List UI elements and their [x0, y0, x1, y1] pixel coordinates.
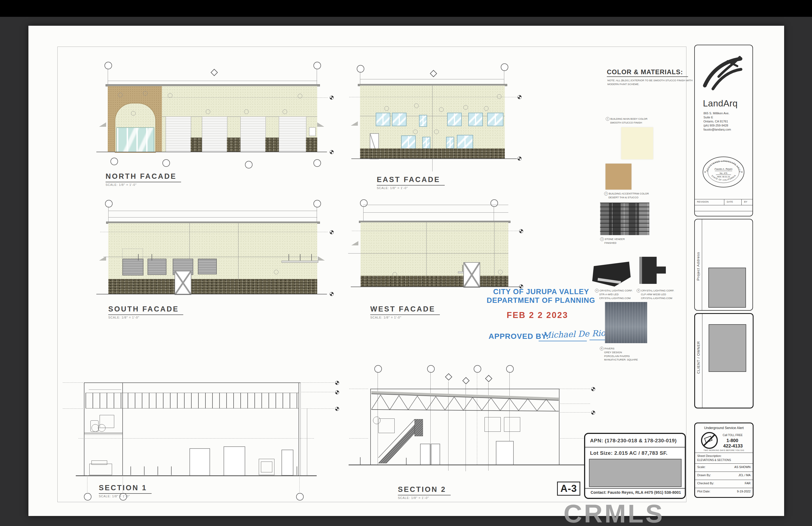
- keynote-circle: [118, 93, 122, 97]
- drawing-scale: SCALE: 1/8" = 1'-0": [99, 495, 151, 498]
- revision-table-top: [695, 199, 752, 199]
- dim-line: [363, 205, 508, 205]
- grid-line: [108, 68, 108, 86]
- roof-datum-dashed: [352, 231, 521, 231]
- keynote-circle: [434, 129, 439, 134]
- firm-name: LandArq: [703, 98, 738, 109]
- mezz-equipment-drum: [98, 424, 105, 432]
- apn-info-box: APN: (178-230-018 & 178-230-019) Lot Siz…: [584, 433, 686, 499]
- entry-door: [463, 262, 480, 288]
- rollup-door: [202, 116, 227, 152]
- client-owner-label: CLIENT / OWNER: [696, 341, 700, 374]
- ground-line: [351, 158, 517, 159]
- no-dig-icon: [701, 432, 718, 449]
- ground-line: [351, 287, 521, 287]
- grid-bubble: [360, 199, 367, 207]
- stone-wainscot: [265, 138, 279, 152]
- grid-drop-line: [87, 475, 87, 492]
- window-pair: [401, 136, 416, 149]
- roof-datum-dashed: [349, 97, 520, 97]
- svg-text:REN. 08-31-23: REN. 08-31-23: [717, 176, 730, 178]
- keynote-circle: [498, 270, 503, 274]
- bench: [89, 464, 112, 475]
- grid-bubble: [501, 63, 508, 71]
- window-gray: [147, 259, 166, 275]
- drawn-by-value: JCL / MA: [738, 473, 751, 477]
- lift-post: [158, 466, 158, 475]
- swatch-body-color: [621, 127, 653, 159]
- lift-post: [171, 466, 172, 475]
- materials-note-line1: NOTE: ALL (BLDG.) EXTERIOR TO BE SMOOTH …: [607, 79, 693, 82]
- keynote-number: 1: [606, 117, 610, 121]
- equipment-box-inner: [261, 461, 272, 472]
- divider: [585, 488, 685, 488]
- stone-arch-entry: [108, 86, 162, 152]
- drawn-by-label: Drawn By:: [697, 473, 711, 477]
- keynote-circle: [244, 110, 249, 114]
- rollup-door: [166, 116, 191, 152]
- roof-joists: [86, 393, 299, 409]
- lift-post: [296, 466, 297, 475]
- date-stamp: FEB 2 2 2023: [507, 310, 568, 320]
- section-wall: [370, 389, 371, 465]
- section-door: [496, 441, 514, 465]
- keynote-circle: [274, 270, 278, 274]
- planning-stamp-line2: DEPARTMENT OF PLANNING: [487, 296, 595, 305]
- grid-drop-line: [299, 475, 300, 492]
- grid-bubble: [474, 365, 481, 373]
- firm-address: 865 S. Milliken Ave. Suite E Ontario, CA…: [704, 111, 731, 132]
- plot-date-label: Plot Date:: [697, 490, 710, 493]
- level-marker: [330, 292, 334, 296]
- keynote-circle: [497, 94, 502, 99]
- divider: [585, 447, 685, 447]
- canopy-bracket: [351, 121, 358, 126]
- stone-base: [108, 279, 317, 294]
- material-caption-2: 2BUILDING ACCENT/TRIM COLOR DESERT TAN &…: [604, 192, 649, 199]
- equipment-cabinet: [189, 448, 210, 476]
- trellis-bar: [281, 260, 318, 263]
- window-gray: [198, 259, 217, 274]
- mezzanine-floor: [85, 433, 122, 433]
- section-wall: [299, 382, 299, 475]
- opening: [504, 417, 520, 432]
- grid-bubble: [491, 199, 498, 207]
- keynote-circle: [168, 93, 172, 98]
- planning-stamp-line1: CITY OF JURUPA VALLEY: [493, 288, 589, 296]
- drawing-title: WEST FACADE: [370, 305, 440, 315]
- dim-line: [108, 217, 235, 217]
- canopy-bracket: [318, 256, 325, 260]
- window-pair: [447, 113, 462, 126]
- signature-underline: [539, 341, 587, 341]
- keynote-circle: [439, 107, 444, 112]
- grid-bubble: [162, 159, 170, 167]
- light-fixture-arm: [657, 267, 666, 273]
- canopy-bracket: [99, 256, 106, 260]
- wall-joint-line: [432, 86, 433, 158]
- keynote-circle: [484, 106, 489, 111]
- usa-title: Underground Service Alert: [695, 426, 753, 430]
- drawing-title: EAST FACADE: [377, 175, 445, 186]
- apn-number: APN: (178-230-018 & 178-230-019): [590, 438, 677, 444]
- keynote-circle: [298, 94, 302, 98]
- stone-wainscot: [306, 138, 317, 152]
- grid-line: [504, 70, 504, 86]
- drawing-title: SECTION 2: [398, 485, 451, 495]
- datum-stub: [63, 382, 83, 383]
- light-fixture-cylinder: [642, 257, 657, 284]
- grid-bubble: [84, 493, 91, 500]
- info-divider: [695, 480, 753, 480]
- titleblock-project-address-panel: Project Address: [694, 219, 753, 311]
- revision-col-by: BY: [744, 200, 747, 203]
- wall-joint-line: [348, 253, 508, 254]
- address-sign: [309, 127, 316, 136]
- section1-label-group: SECTION 1 SCALE: 1/8" = 1'-0": [99, 484, 151, 498]
- entry-door-front: [175, 271, 191, 295]
- usa-phone2: 422-4133: [723, 443, 743, 449]
- grid-bubble: [314, 62, 321, 69]
- level-marker: [518, 95, 522, 99]
- south-facade-label-group: SOUTH FACADE SCALE: 1/8" = 1'-0": [108, 305, 183, 319]
- info-divider: [695, 453, 753, 453]
- grid-line: [494, 206, 494, 223]
- materials-note-line2: MODERN PAINT SCHEME.: [607, 82, 693, 86]
- drawing-scale: SCALE: 1/8" = 1'-0": [377, 186, 445, 189]
